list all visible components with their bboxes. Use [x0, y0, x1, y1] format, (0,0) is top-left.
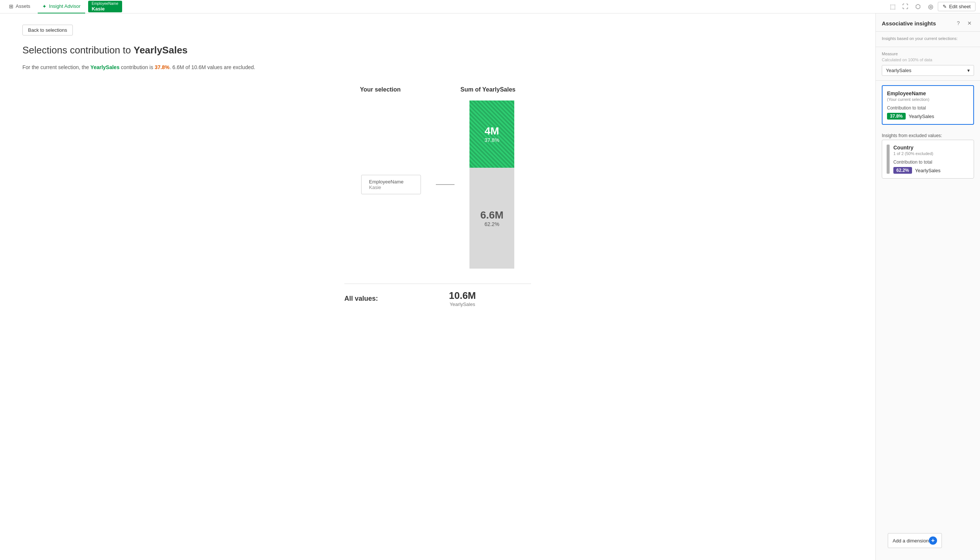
- green-bar-pct: 37.8%: [484, 137, 499, 143]
- subtitle-suffix: . 6.6M of 10.6M values are excluded.: [170, 64, 255, 70]
- content-area: Back to selections Selections contributi…: [0, 13, 875, 560]
- excluded-contrib-badge: 62.2%: [893, 167, 912, 174]
- gray-bar-value: 6.6M: [480, 209, 503, 221]
- chart-labels: Your selection Sum of YearlySales: [360, 86, 516, 93]
- back-to-selections-button[interactable]: Back to selections: [22, 25, 73, 35]
- insight-advisor-tab[interactable]: ✦ Insight Advisor: [38, 0, 85, 13]
- top-nav: ⊞ Assets ✦ Insight Advisor EmployeeName …: [0, 0, 980, 13]
- selection-box: EmployeeName Kasie: [361, 175, 421, 194]
- right-panel: Associative insights ? ✕ Insights based …: [875, 13, 980, 560]
- toolbar-btn-circle[interactable]: ◎: [925, 1, 936, 12]
- excluded-card-title: Country: [893, 145, 969, 150]
- insight-advisor-label: Insight Advisor: [49, 3, 81, 9]
- measure-label: Measure: [882, 52, 974, 56]
- panel-insights-section: Insights based on your current selection…: [876, 32, 980, 47]
- excluded-contribution-row: 62.2% YearlySales: [893, 167, 969, 174]
- toolbar-btn-select[interactable]: ⬚: [887, 1, 898, 12]
- current-contribution-row: 37.8% YearlySales: [887, 113, 969, 120]
- chart-section: Your selection Sum of YearlySales Employ…: [22, 86, 853, 307]
- all-values-measure: YearlySales: [449, 302, 476, 307]
- selection-box-value: Kasie: [369, 185, 413, 190]
- edit-icon: ✎: [943, 4, 947, 9]
- subtitle: For the current selection, the YearlySal…: [22, 63, 853, 72]
- chart-body: EmployeeName Kasie 4M 37.8% 6.6M 62.2%: [361, 100, 514, 268]
- selection-box-title: EmployeeName: [369, 179, 413, 185]
- measure-dropdown-value: YearlySales: [886, 68, 911, 73]
- page-title: Selections contribution to YearlySales: [22, 45, 853, 56]
- excluded-card-content: Country 1 of 2 (50% excluded) Contributi…: [893, 145, 969, 174]
- toolbar-icons: ⬚ ⛶ ⬡ ◎ ✎ Edit sheet: [887, 1, 975, 12]
- chart-label-left: Your selection: [360, 86, 401, 93]
- insight-advisor-icon: ✦: [42, 3, 47, 9]
- badge-value: Kasie: [92, 6, 118, 12]
- excluded-bar: [887, 145, 890, 174]
- edit-sheet-label: Edit sheet: [949, 4, 971, 9]
- all-values-data: 10.6M YearlySales: [449, 290, 476, 307]
- current-contribution-label: Contribution to total: [887, 105, 969, 111]
- toolbar-btn-lasso[interactable]: ⬡: [912, 1, 923, 12]
- bar-chart: 4M 37.8% 6.6M 62.2%: [469, 100, 514, 268]
- gray-bar-pct: 62.2%: [484, 221, 499, 227]
- chevron-down-icon: ▾: [967, 68, 970, 73]
- toolbar-btn-expand[interactable]: ⛶: [900, 1, 911, 12]
- excluded-card[interactable]: Country 1 of 2 (50% excluded) Contributi…: [882, 140, 974, 178]
- assets-tab[interactable]: ⊞ Assets: [5, 0, 35, 13]
- current-selection-card-title: EmployeeName: [887, 90, 969, 97]
- excluded-contribution-label: Contribution to total: [893, 160, 969, 165]
- excluded-section-label: Insights from excluded values:: [876, 129, 980, 140]
- page-title-measure: YearlySales: [134, 45, 188, 56]
- chart-label-right: Sum of YearlySales: [461, 86, 516, 93]
- measure-dropdown[interactable]: YearlySales ▾: [882, 65, 974, 76]
- edit-sheet-button[interactable]: ✎ Edit sheet: [938, 2, 975, 11]
- all-values-label: All values:: [344, 295, 419, 303]
- panel-title: Associative insights: [882, 20, 936, 27]
- panel-measure-section: Measure Calculated on 100% of data Yearl…: [876, 47, 980, 81]
- connector-line: [436, 184, 454, 185]
- measure-sub-label: Calculated on 100% of data: [882, 58, 974, 62]
- panel-help-button[interactable]: ?: [954, 19, 963, 28]
- panel-insights-label: Insights based on your current selection…: [882, 36, 974, 41]
- badge-label: EmployeeName: [92, 2, 118, 6]
- add-dimension-label: Add a dimension: [893, 538, 929, 543]
- subtitle-middle: contribution is: [120, 64, 155, 70]
- subtitle-pct: 37.8%: [155, 64, 170, 70]
- bar-segment-green: 4M 37.8%: [469, 100, 514, 168]
- bar-segment-gray: 6.6M 62.2%: [469, 168, 514, 268]
- excluded-contrib-measure: YearlySales: [915, 168, 940, 173]
- current-selection-card-sub: (Your current selection): [887, 97, 969, 102]
- subtitle-measure: YearlySales: [90, 64, 120, 70]
- panel-header-icons: ? ✕: [954, 19, 974, 28]
- current-contrib-badge: 37.8%: [887, 113, 906, 120]
- all-values-row: All values: 10.6M YearlySales: [344, 283, 531, 307]
- subtitle-prefix: For the current selection, the: [22, 64, 90, 70]
- current-contrib-measure: YearlySales: [908, 113, 934, 119]
- selection-badge[interactable]: EmployeeName Kasie: [88, 1, 122, 13]
- current-selection-card[interactable]: EmployeeName (Your current selection) Co…: [882, 85, 974, 125]
- add-dimension-plus-icon: +: [929, 537, 937, 545]
- excluded-card-sub: 1 of 2 (50% excluded): [893, 151, 969, 156]
- add-dimension-button[interactable]: Add a dimension +: [888, 533, 942, 548]
- all-values-num: 10.6M: [449, 290, 476, 302]
- panel-close-button[interactable]: ✕: [965, 19, 974, 28]
- panel-header: Associative insights ? ✕: [876, 13, 980, 32]
- assets-icon: ⊞: [9, 3, 13, 9]
- main-layout: Back to selections Selections contributi…: [0, 13, 980, 560]
- page-title-prefix: Selections contribution to: [22, 45, 134, 56]
- assets-label: Assets: [16, 3, 30, 9]
- green-bar-value: 4M: [485, 125, 499, 137]
